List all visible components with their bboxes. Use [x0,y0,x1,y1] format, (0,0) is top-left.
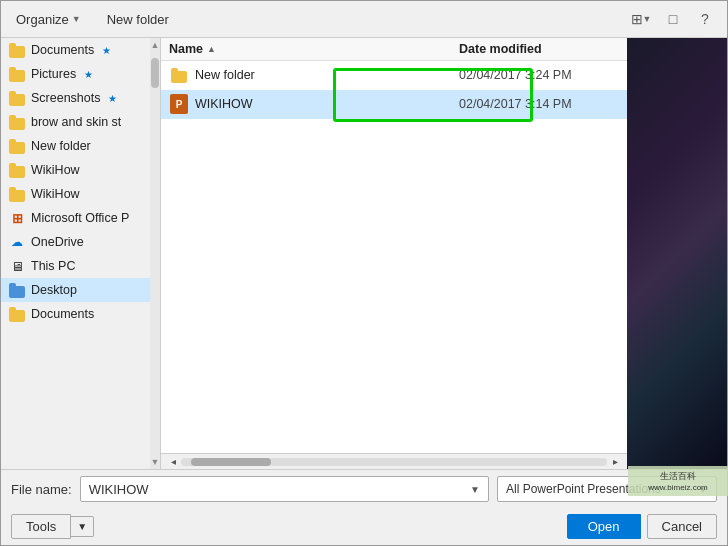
sidebar-item-label: OneDrive [31,235,84,249]
sidebar-item-wikihow1[interactable]: WikiHow [1,158,150,182]
pptx-icon [169,94,189,114]
new-folder-button[interactable]: New folder [96,8,180,31]
pin-icon: ★ [102,45,111,56]
organize-chevron-icon: ▼ [72,14,81,24]
sidebar: Documents ★ Pictures ★ Screenshots ★ [1,38,150,469]
sidebar-item-new-folder[interactable]: New folder [1,134,150,158]
folder-icon [9,114,25,130]
pin-icon: ★ [84,69,93,80]
date-column-header[interactable]: Date modified [459,42,619,56]
toolbar: Organize ▼ New folder ⊞ ▼ □ ? [1,1,727,38]
pc-icon: 🖥 [9,258,25,274]
content-area: Name ▲ Date modified New folder 02/04/20… [161,38,627,469]
sidebar-item-label: Microsoft Office P [31,211,129,225]
main-area: Documents ★ Pictures ★ Screenshots ★ [1,38,727,469]
sidebar-item-onedrive[interactable]: ☁ OneDrive [1,230,150,254]
file-list: New folder 02/04/2017 3:24 PM WIKIHOW 02… [161,61,627,453]
sidebar-item-desktop[interactable]: Desktop [1,278,150,302]
tools-button[interactable]: Tools [11,514,71,539]
help-icon[interactable]: ? [691,7,719,31]
sidebar-wrapper: Documents ★ Pictures ★ Screenshots ★ [1,38,161,469]
sidebar-scrollbar[interactable]: ▲ ▼ [150,38,160,469]
sidebar-item-label: Desktop [31,283,77,297]
sidebar-item-pictures[interactable]: Pictures ★ [1,62,150,86]
sidebar-item-label: Pictures [31,67,76,81]
sidebar-item-wikihow2[interactable]: WikiHow [1,182,150,206]
name-column-header[interactable]: Name ▲ [169,42,451,56]
organize-label: Organize [16,12,69,27]
tools-dropdown-icon[interactable]: ▼ [71,516,94,537]
open-button[interactable]: Open [567,514,641,539]
file-row[interactable]: New folder 02/04/2017 3:24 PM [161,61,627,90]
scroll-left-icon[interactable]: ◂ [165,454,181,470]
scroll-right-icon[interactable]: ▸ [607,454,623,470]
sidebar-item-label: New folder [31,139,91,153]
file-date: 02/04/2017 3:24 PM [459,68,619,82]
horizontal-scrollbar[interactable]: ◂ ▸ [161,453,627,469]
folder-icon [9,162,25,178]
sidebar-item-label: Screenshots [31,91,100,105]
tools-button-group: Tools ▼ [11,514,94,539]
sidebar-item-documents2[interactable]: Documents [1,302,150,326]
file-date: 02/04/2017 3:14 PM [459,97,619,111]
sidebar-item-label: Documents [31,43,94,57]
watermark: 生活百科 www.bimeiz.com [628,466,728,496]
file-name: New folder [195,68,453,82]
scrollbar-thumb[interactable] [191,458,271,466]
office-icon: ⊞ [9,210,25,226]
organize-button[interactable]: Organize ▼ [9,8,88,31]
sidebar-item-label: This PC [31,259,75,273]
name-column-label: Name [169,42,203,56]
file-name-value: WIKIHOW [89,482,149,497]
open-file-dialog: Organize ▼ New folder ⊞ ▼ □ ? Documents … [0,0,728,546]
toolbar-icons: ⊞ ▼ □ ? [627,7,719,31]
file-name: WIKIHOW [195,97,453,111]
sidebar-item-label: brow and skin st [31,115,121,129]
sidebar-item-screenshots[interactable]: Screenshots ★ [1,86,150,110]
scrollbar-track[interactable] [181,458,607,466]
folder-blue-icon [9,282,25,298]
scroll-up-icon[interactable]: ▲ [151,40,160,50]
folder-icon [9,90,25,106]
file-name-input[interactable]: WIKIHOW ▼ [80,476,489,502]
folder-icon [9,138,25,154]
sidebar-item-ms-office[interactable]: ⊞ Microsoft Office P [1,206,150,230]
action-row: Tools ▼ Open Cancel [1,508,727,545]
folder-icon [9,66,25,82]
filename-row: File name: WIKIHOW ▼ All PowerPoint Pres… [1,470,727,508]
sidebar-item-documents[interactable]: Documents ★ [1,38,150,62]
file-row[interactable]: WIKIHOW 02/04/2017 3:14 PM [161,90,627,119]
pin-icon: ★ [108,93,117,104]
sidebar-item-label: WikiHow [31,163,80,177]
preview-icon[interactable]: □ [659,7,687,31]
sidebar-item-label: WikiHow [31,187,80,201]
cancel-button[interactable]: Cancel [647,514,717,539]
file-name-dropdown-icon: ▼ [470,484,480,495]
sidebar-item-label: Documents [31,307,94,321]
scroll-thumb[interactable] [151,58,159,88]
bottom-bar: File name: WIKIHOW ▼ All PowerPoint Pres… [1,469,727,545]
preview-content [627,38,727,469]
folder-icon [9,42,25,58]
sidebar-item-brow[interactable]: brow and skin st [1,110,150,134]
scroll-down-icon[interactable]: ▼ [151,457,160,467]
column-header: Name ▲ Date modified [161,38,627,61]
cloud-icon: ☁ [9,234,25,250]
preview-panel [627,38,727,469]
folder-icon [9,186,25,202]
folder-icon [9,306,25,322]
file-name-label: File name: [11,482,72,497]
folder-icon [169,65,189,85]
sidebar-item-this-pc[interactable]: 🖥 This PC [1,254,150,278]
view-toggle-icon[interactable]: ⊞ ▼ [627,7,655,31]
sort-arrow-icon: ▲ [207,44,216,54]
